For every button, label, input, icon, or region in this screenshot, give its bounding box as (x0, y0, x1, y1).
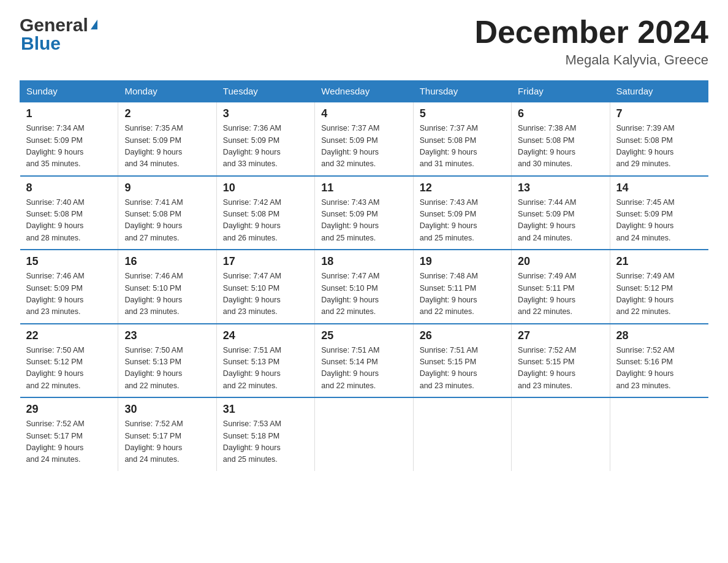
calendar-cell: 6 Sunrise: 7:38 AM Sunset: 5:08 PM Dayli… (512, 102, 610, 176)
day-number: 11 (321, 182, 406, 194)
day-info: Sunrise: 7:35 AM Sunset: 5:09 PM Dayligh… (124, 123, 210, 170)
day-number: 22 (26, 329, 112, 342)
calendar-cell: 31 Sunrise: 7:53 AM Sunset: 5:18 PM Dayl… (216, 397, 314, 471)
calendar-cell: 25 Sunrise: 7:51 AM Sunset: 5:14 PM Dayl… (315, 324, 413, 398)
header-sunday: Sunday (20, 81, 118, 102)
day-number: 20 (518, 255, 603, 268)
calendar-cell: 2 Sunrise: 7:35 AM Sunset: 5:09 PM Dayli… (118, 102, 216, 176)
calendar-cell: 15 Sunrise: 7:46 AM Sunset: 5:09 PM Dayl… (20, 250, 118, 324)
calendar-cell: 16 Sunrise: 7:46 AM Sunset: 5:10 PM Dayl… (118, 250, 216, 324)
calendar-cell: 5 Sunrise: 7:37 AM Sunset: 5:08 PM Dayli… (413, 102, 511, 176)
day-number: 18 (321, 255, 406, 268)
day-info: Sunrise: 7:39 AM Sunset: 5:08 PM Dayligh… (616, 123, 702, 170)
calendar-cell: 8 Sunrise: 7:40 AM Sunset: 5:08 PM Dayli… (20, 176, 118, 250)
calendar-cell: 1 Sunrise: 7:34 AM Sunset: 5:09 PM Dayli… (20, 102, 118, 176)
day-number: 7 (616, 107, 702, 120)
day-number: 4 (321, 107, 406, 120)
day-info: Sunrise: 7:48 AM Sunset: 5:11 PM Dayligh… (420, 270, 505, 318)
day-info: Sunrise: 7:52 AM Sunset: 5:16 PM Dayligh… (616, 345, 702, 393)
calendar-cell: 27 Sunrise: 7:52 AM Sunset: 5:15 PM Dayl… (512, 324, 610, 398)
calendar-cell (512, 397, 610, 471)
calendar-cell: 7 Sunrise: 7:39 AM Sunset: 5:08 PM Dayli… (610, 102, 708, 176)
logo: General Blue (20, 15, 97, 54)
calendar-cell: 22 Sunrise: 7:50 AM Sunset: 5:12 PM Dayl… (20, 324, 118, 398)
calendar-cell: 11 Sunrise: 7:43 AM Sunset: 5:09 PM Dayl… (315, 176, 413, 250)
day-number: 3 (223, 107, 308, 120)
calendar-cell: 4 Sunrise: 7:37 AM Sunset: 5:09 PM Dayli… (315, 102, 413, 176)
day-number: 30 (124, 403, 210, 416)
calendar-cell: 14 Sunrise: 7:45 AM Sunset: 5:09 PM Dayl… (610, 176, 708, 250)
day-number: 17 (223, 255, 308, 268)
page-header: General Blue December 2024 Megala Kalyvi… (20, 15, 708, 68)
calendar-cell: 10 Sunrise: 7:42 AM Sunset: 5:08 PM Dayl… (216, 176, 314, 250)
day-number: 5 (420, 107, 505, 120)
calendar-cell: 19 Sunrise: 7:48 AM Sunset: 5:11 PM Dayl… (413, 250, 511, 324)
header-wednesday: Wednesday (315, 81, 413, 102)
day-info: Sunrise: 7:51 AM Sunset: 5:14 PM Dayligh… (321, 345, 406, 393)
calendar-cell: 23 Sunrise: 7:50 AM Sunset: 5:13 PM Dayl… (118, 324, 216, 398)
day-number: 13 (518, 182, 603, 194)
day-number: 6 (518, 107, 603, 120)
day-info: Sunrise: 7:51 AM Sunset: 5:15 PM Dayligh… (420, 345, 505, 393)
day-number: 9 (124, 182, 210, 194)
day-info: Sunrise: 7:45 AM Sunset: 5:09 PM Dayligh… (616, 197, 702, 245)
day-number: 28 (616, 329, 702, 342)
day-info: Sunrise: 7:40 AM Sunset: 5:08 PM Dayligh… (26, 197, 112, 245)
day-info: Sunrise: 7:49 AM Sunset: 5:11 PM Dayligh… (518, 270, 603, 318)
day-info: Sunrise: 7:42 AM Sunset: 5:08 PM Dayligh… (223, 197, 308, 245)
header-thursday: Thursday (413, 81, 511, 102)
week-row-2: 8 Sunrise: 7:40 AM Sunset: 5:08 PM Dayli… (20, 176, 708, 250)
day-number: 27 (518, 329, 603, 342)
day-number: 24 (223, 329, 308, 342)
day-info: Sunrise: 7:37 AM Sunset: 5:08 PM Dayligh… (420, 123, 505, 170)
calendar-cell: 9 Sunrise: 7:41 AM Sunset: 5:08 PM Dayli… (118, 176, 216, 250)
logo-blue-text: Blue (21, 33, 61, 54)
week-row-5: 29 Sunrise: 7:52 AM Sunset: 5:17 PM Dayl… (20, 397, 708, 471)
calendar-cell: 13 Sunrise: 7:44 AM Sunset: 5:09 PM Dayl… (512, 176, 610, 250)
calendar-header: SundayMondayTuesdayWednesdayThursdayFrid… (20, 81, 708, 102)
calendar-table: SundayMondayTuesdayWednesdayThursdayFrid… (20, 80, 708, 471)
day-number: 10 (223, 182, 308, 194)
calendar-cell (413, 397, 511, 471)
header-saturday: Saturday (610, 81, 708, 102)
day-info: Sunrise: 7:50 AM Sunset: 5:13 PM Dayligh… (124, 345, 210, 393)
day-info: Sunrise: 7:46 AM Sunset: 5:10 PM Dayligh… (124, 270, 210, 318)
calendar-cell (315, 397, 413, 471)
week-row-1: 1 Sunrise: 7:34 AM Sunset: 5:09 PM Dayli… (20, 102, 708, 176)
day-number: 25 (321, 329, 406, 342)
day-info: Sunrise: 7:53 AM Sunset: 5:18 PM Dayligh… (223, 418, 308, 466)
day-info: Sunrise: 7:41 AM Sunset: 5:08 PM Dayligh… (124, 197, 210, 245)
header-friday: Friday (512, 81, 610, 102)
calendar-cell: 29 Sunrise: 7:52 AM Sunset: 5:17 PM Dayl… (20, 397, 118, 471)
calendar-cell: 17 Sunrise: 7:47 AM Sunset: 5:10 PM Dayl… (216, 250, 314, 324)
location-subtitle: Megala Kalyvia, Greece (474, 52, 708, 68)
calendar-cell: 24 Sunrise: 7:51 AM Sunset: 5:13 PM Dayl… (216, 324, 314, 398)
title-block: December 2024 Megala Kalyvia, Greece (474, 15, 708, 68)
calendar-cell: 12 Sunrise: 7:43 AM Sunset: 5:09 PM Dayl… (413, 176, 511, 250)
calendar-cell (610, 397, 708, 471)
header-tuesday: Tuesday (216, 81, 314, 102)
day-info: Sunrise: 7:43 AM Sunset: 5:09 PM Dayligh… (321, 197, 406, 245)
day-number: 14 (616, 182, 702, 194)
calendar-cell: 20 Sunrise: 7:49 AM Sunset: 5:11 PM Dayl… (512, 250, 610, 324)
month-title: December 2024 (474, 15, 708, 50)
day-info: Sunrise: 7:34 AM Sunset: 5:09 PM Dayligh… (26, 123, 112, 170)
day-info: Sunrise: 7:43 AM Sunset: 5:09 PM Dayligh… (420, 197, 505, 245)
day-info: Sunrise: 7:52 AM Sunset: 5:15 PM Dayligh… (518, 345, 603, 393)
day-info: Sunrise: 7:46 AM Sunset: 5:09 PM Dayligh… (26, 270, 112, 318)
week-row-3: 15 Sunrise: 7:46 AM Sunset: 5:09 PM Dayl… (20, 250, 708, 324)
logo-general-text: General (20, 15, 88, 36)
day-info: Sunrise: 7:47 AM Sunset: 5:10 PM Dayligh… (321, 270, 406, 318)
day-number: 26 (420, 329, 505, 342)
calendar-cell: 26 Sunrise: 7:51 AM Sunset: 5:15 PM Dayl… (413, 324, 511, 398)
day-number: 12 (420, 182, 505, 194)
day-number: 16 (124, 255, 210, 268)
day-number: 15 (26, 255, 112, 268)
day-info: Sunrise: 7:36 AM Sunset: 5:09 PM Dayligh… (223, 123, 308, 170)
day-info: Sunrise: 7:37 AM Sunset: 5:09 PM Dayligh… (321, 123, 406, 170)
day-number: 21 (616, 255, 702, 268)
calendar-cell: 18 Sunrise: 7:47 AM Sunset: 5:10 PM Dayl… (315, 250, 413, 324)
day-info: Sunrise: 7:52 AM Sunset: 5:17 PM Dayligh… (124, 418, 210, 466)
day-info: Sunrise: 7:49 AM Sunset: 5:12 PM Dayligh… (616, 270, 702, 318)
calendar-cell: 21 Sunrise: 7:49 AM Sunset: 5:12 PM Dayl… (610, 250, 708, 324)
